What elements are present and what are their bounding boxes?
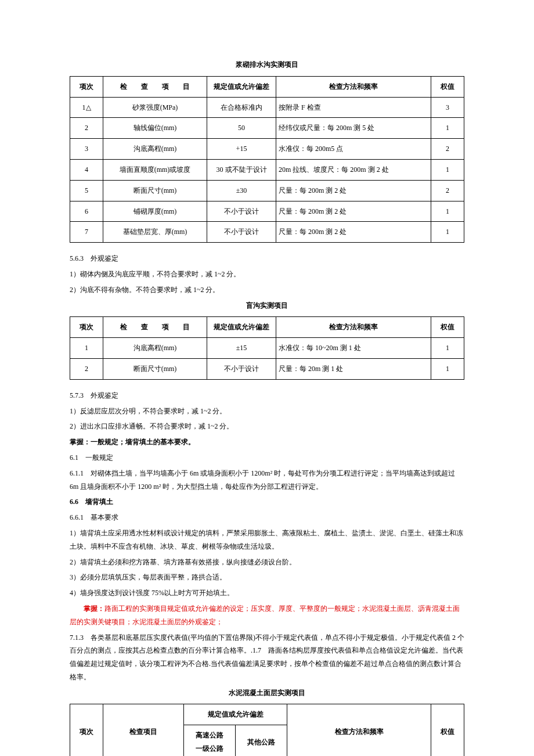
th-weight: 权值 — [431, 317, 464, 338]
table1: 项次 检 查 项 目 规定值或允许偏差 检查方法和频率 权值 1△砂浆强度(MP… — [70, 76, 464, 243]
cell: 尺量：每 200m 测 2 处 — [276, 180, 431, 201]
cell: 墙面直顺度(mm)或坡度 — [103, 159, 207, 180]
section-563-p2: 2）沟底不得有杂物。不符合要求时，减 1~2 分。 — [70, 283, 464, 297]
table-header-row: 项次 检查项目 规定值或允许偏差 检查方法和频率 权值 — [70, 704, 464, 725]
section-66-p3: 3）必须分层填筑压实，每层表面平整，路拱合适。 — [70, 571, 464, 584]
th-no: 项次 — [70, 76, 103, 97]
cell: 断面尺寸(mm) — [103, 180, 207, 201]
table2: 项次 检 查 项 目 规定值或允许偏差 检查方法和频率 权值 1沟底高程(mm)… — [70, 316, 464, 379]
section-573-title: 5.7.3 外观鉴定 — [70, 389, 464, 402]
grasp-1: 掌握：一般规定；墙背填土的基本要求。 — [70, 435, 464, 449]
cell: 3 — [431, 97, 464, 118]
th-weight: 权值 — [431, 76, 464, 97]
section-66-p4: 4）墙身强度达到设计强度 75%以上时方可开始填土。 — [70, 586, 464, 600]
cell: 50 — [207, 118, 276, 139]
cell: 2 — [431, 139, 464, 160]
cell: 6 — [70, 201, 103, 222]
th-no: 项次 — [70, 704, 103, 756]
cell: 2 — [70, 118, 103, 139]
cell: 不小于设计 — [207, 201, 276, 222]
th-item: 检 查 项 目 — [103, 317, 207, 338]
cell: 尺量：每 200m 测 2 处 — [276, 222, 431, 243]
th-spec: 规定值或允许偏差 — [207, 76, 276, 97]
cell: 1 — [431, 222, 464, 243]
cell: 30 或不陡于设计 — [207, 159, 276, 180]
grasp-red-label: 掌握： — [84, 604, 104, 613]
table-header-row: 项次 检 查 项 目 规定值或允许偏差 检查方法和频率 权值 — [70, 317, 464, 338]
cell: 经纬仪或尺量：每 200m 测 5 处 — [276, 118, 431, 139]
table-row: 4墙面直顺度(mm)或坡度30 或不陡于设计20m 拉线、坡度尺：每 200m … — [70, 159, 464, 180]
cell: ±30 — [207, 180, 276, 201]
cell: 水准仪：每 10~20m 测 1 处 — [276, 338, 431, 359]
section-573-p1: 1）反滤层应层次分明，不符合要求时，减 1~2 分。 — [70, 405, 464, 418]
section-563-p1: 1）砌体内侧及沟底应平顺，不符合要求时，减 1~2 分。 — [70, 268, 464, 281]
section-563-title: 5.6.3 外观鉴定 — [70, 252, 464, 265]
table-row: 2轴线偏位(mm)50经纬仪或尺量：每 200m 测 5 处1 — [70, 118, 464, 139]
section-61: 6.1 一般规定 — [70, 451, 464, 465]
section-573-p2: 2）进出水口应排水通畅。不符合要求时，减 1~2 分。 — [70, 420, 464, 433]
grasp-red-text: 路面工程的实测项目规定值或允许偏差的设定；压实度、厚度、平整度的一般规定；水泥混… — [70, 604, 460, 626]
cell: 基础垫层宽、厚(mm) — [103, 222, 207, 243]
cell: 断面尺寸(mm) — [103, 358, 207, 379]
table-row: 2断面尺寸(mm)不小于设计尺量：每 20m 测 1 处1 — [70, 358, 464, 379]
table3-title: 水泥混凝土面层实测项目 — [70, 686, 464, 700]
section-66: 6.6 墙背填土 — [70, 495, 464, 509]
section-713: 7.1.3 各类基层和底基层压实度代表值(平均值的下置信界限)不得小于规定代表值… — [70, 631, 464, 684]
table3: 项次 检查项目 规定值或允许偏差 检查方法和频率 权值 高速公路 一级公路 其他… — [70, 704, 464, 756]
cell: 沟底高程(mm) — [103, 338, 207, 359]
section-66-p1: 1）墙背填土应采用透水性材料或设计规定的填料，严禁采用膨胀土、高液限粘土、腐植土… — [70, 527, 464, 553]
cell: 尺量：每 200m 测 2 处 — [276, 201, 431, 222]
table-row: 1沟底高程(mm)±15水准仪：每 10~20m 测 1 处1 — [70, 338, 464, 359]
th-item: 检查项目 — [103, 704, 184, 756]
table-row: 7基础垫层宽、厚(mm)不小于设计尺量：每 200m 测 2 处1 — [70, 222, 464, 243]
th-no: 项次 — [70, 317, 103, 338]
th-method: 检查方法和频率 — [287, 704, 431, 756]
section-66-p2: 2）墙背填土必须和挖方路基、填方路基有效搭接，纵向接缝必须设台阶。 — [70, 556, 464, 569]
cell: 1 — [431, 338, 464, 359]
cell: 1 — [431, 358, 464, 379]
cell: 水准仪：每 200m5 点 — [276, 139, 431, 160]
table-row: 5断面尺寸(mm)±30尺量：每 200m 测 2 处2 — [70, 180, 464, 201]
cell: 轴线偏位(mm) — [103, 118, 207, 139]
table1-title: 浆砌排水沟实测项目 — [70, 58, 464, 71]
cell: 1 — [431, 118, 464, 139]
th-spec-b: 其他公路 — [236, 725, 287, 756]
cell: ±15 — [207, 338, 276, 359]
cell: 1 — [431, 159, 464, 180]
cell: 1△ — [70, 97, 103, 118]
th-spec-a: 高速公路 一级公路 — [184, 725, 236, 756]
cell: 2 — [70, 358, 103, 379]
table2-title: 盲沟实测项目 — [70, 299, 464, 312]
cell: 3 — [70, 139, 103, 160]
table-row: 1△砂浆强度(MPa)在合格标准内按附录 F 检查3 — [70, 97, 464, 118]
section-661: 6.6.1 基本要求 — [70, 511, 464, 524]
cell: 20m 拉线、坡度尺：每 200m 测 2 处 — [276, 159, 431, 180]
cell: 在合格标准内 — [207, 97, 276, 118]
table-header-row: 项次 检 查 项 目 规定值或允许偏差 检查方法和频率 权值 — [70, 76, 464, 97]
cell: 4 — [70, 159, 103, 180]
th-item: 检 查 项 目 — [103, 76, 207, 97]
th-spec: 规定值或允许偏差 — [184, 704, 287, 725]
grasp-red-line: 掌握：路面工程的实测项目规定值或允许偏差的设定；压实度、厚度、平整度的一般规定；… — [70, 602, 464, 629]
cell: 铺砌厚度(mm) — [103, 201, 207, 222]
cell: 7 — [70, 222, 103, 243]
cell: 按附录 F 检查 — [276, 97, 431, 118]
th-spec: 规定值或允许偏差 — [207, 317, 276, 338]
table-row: 3沟底高程(mm)+15水准仪：每 200m5 点2 — [70, 139, 464, 160]
th-weight: 权值 — [431, 704, 464, 756]
cell: 沟底高程(mm) — [103, 139, 207, 160]
section-611: 6.1.1 对砌体挡土墙，当平均墙高小于 6m 或墙身面积小于 1200m² 时… — [70, 467, 464, 494]
th-method: 检查方法和频率 — [276, 76, 431, 97]
cell: 1 — [70, 338, 103, 359]
th-method: 检查方法和频率 — [276, 317, 431, 338]
cell: 5 — [70, 180, 103, 201]
cell: 2 — [431, 180, 464, 201]
cell: 1 — [431, 201, 464, 222]
cell: +15 — [207, 139, 276, 160]
table-row: 6铺砌厚度(mm)不小于设计尺量：每 200m 测 2 处1 — [70, 201, 464, 222]
cell: 尺量：每 20m 测 1 处 — [276, 358, 431, 379]
cell: 不小于设计 — [207, 358, 276, 379]
cell: 砂浆强度(MPa) — [103, 97, 207, 118]
cell: 不小于设计 — [207, 222, 276, 243]
